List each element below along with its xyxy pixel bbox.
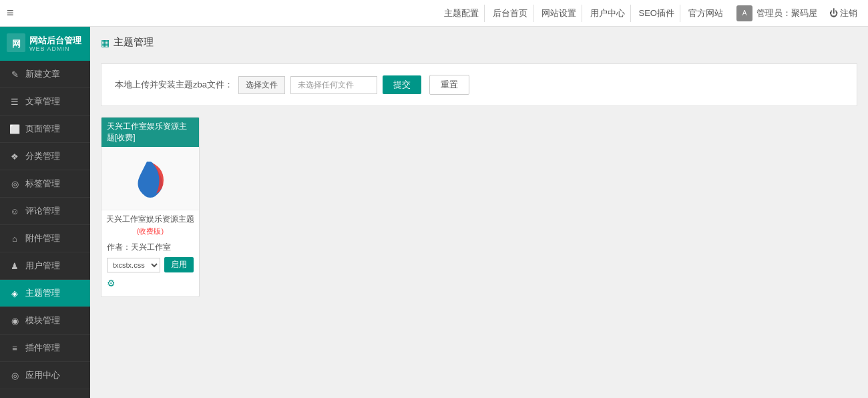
- user-center-link[interactable]: 用户中心: [585, 5, 631, 22]
- app-icon: ◎: [9, 371, 20, 381]
- edit-icon: ✎: [9, 69, 20, 79]
- sidebar-item-new-article[interactable]: ✎ 新建文章: [0, 61, 90, 88]
- logo-cn: 网站后台管理: [29, 35, 81, 46]
- file-choose-button[interactable]: 选择文件: [238, 76, 285, 94]
- page-title: 主题管理: [114, 36, 154, 49]
- backend-home-link[interactable]: 后台首页: [487, 5, 533, 22]
- sidebar-label-theme-mgmt: 主题管理: [25, 287, 60, 299]
- sidebar-item-app-center[interactable]: ◎ 应用中心: [0, 362, 90, 389]
- sidebar-item-article-mgmt[interactable]: ☰ 文章管理: [0, 88, 90, 116]
- attachment-icon: ⌂: [9, 234, 20, 244]
- upload-label: 本地上传并安装主题zba文件：: [115, 79, 233, 91]
- module-icon: ◉: [9, 316, 20, 326]
- page-icon: ⬜: [9, 124, 20, 134]
- admin-name: 管理员：聚码屋: [756, 7, 817, 19]
- upload-section: 本地上传并安装主题zba文件： 选择文件 未选择任何文件 提交 重置: [101, 63, 857, 106]
- sidebar-label-app-center: 应用中心: [25, 369, 60, 381]
- top-nav-left: ≡: [7, 6, 14, 20]
- sidebar-label-attachment-mgmt: 附件管理: [25, 232, 60, 244]
- theme-author: 作者：天兴工作室: [101, 239, 199, 257]
- category-icon: ❖: [9, 152, 20, 162]
- sidebar-label-category-mgmt: 分类管理: [25, 150, 60, 162]
- admin-info: A 管理员：聚码屋: [731, 3, 823, 24]
- logo-icon: 网: [7, 33, 25, 54]
- theme-css-select[interactable]: txcstx.css: [107, 258, 160, 272]
- sidebar-item-theme-mgmt[interactable]: ◈ 主题管理: [0, 280, 90, 307]
- file-placeholder: 未选择任何文件: [290, 76, 377, 94]
- logout-button[interactable]: ⏻ 注销: [825, 5, 861, 22]
- top-nav: ≡ 主题配置 后台首页 网站设置 用户中心 SEO插件 官方网站 A 管理员：聚…: [0, 0, 868, 27]
- user-icon: ♟: [9, 261, 20, 271]
- plugin-icon: ≡: [9, 343, 20, 353]
- enable-button[interactable]: 启用: [164, 257, 194, 272]
- comment-icon: ☺: [9, 206, 20, 216]
- theme-icon: ◈: [9, 288, 20, 298]
- site-settings-link[interactable]: 网站设置: [536, 5, 582, 22]
- avatar: A: [736, 5, 752, 21]
- theme-config-link[interactable]: 主题配置: [439, 5, 485, 22]
- sidebar-item-user-mgmt[interactable]: ♟ 用户管理: [0, 252, 90, 280]
- sidebar-label-comment-mgmt: 评论管理: [25, 205, 60, 217]
- logo-en: WEB ADMIN: [29, 45, 81, 52]
- top-nav-right: 主题配置 后台首页 网站设置 用户中心 SEO插件 官方网站 A 管理员：聚码屋…: [439, 3, 861, 24]
- sidebar-item-comment-mgmt[interactable]: ☺ 评论管理: [0, 198, 90, 225]
- sidebar-item-module-mgmt[interactable]: ◉ 模块管理: [0, 307, 90, 335]
- list-icon: ☰: [9, 97, 20, 107]
- theme-settings-icon[interactable]: ⚙: [101, 275, 199, 291]
- page-header-icon: ▦: [101, 37, 110, 48]
- tag-icon: ◎: [9, 179, 20, 189]
- theme-card-header: 天兴工作室娱乐资源主题[收费]: [101, 118, 199, 147]
- theme-controls: txcstx.css 启用: [101, 257, 199, 275]
- logo-text: 网站后台管理 WEB ADMIN: [29, 35, 81, 53]
- official-site-link[interactable]: 官方网站: [683, 5, 728, 22]
- sidebar-label-page-mgmt: 页面管理: [25, 123, 60, 135]
- theme-logo-svg: [127, 155, 174, 202]
- sidebar-label-article-mgmt: 文章管理: [25, 95, 60, 108]
- sidebar-label-plugin-mgmt: 插件管理: [25, 342, 60, 354]
- seo-plugin-link[interactable]: SEO插件: [634, 5, 680, 22]
- logo: 网 网站后台管理 WEB ADMIN: [0, 27, 90, 61]
- logout-label: 注销: [840, 7, 857, 19]
- theme-preview: [101, 147, 199, 210]
- reset-button[interactable]: 重置: [429, 75, 469, 95]
- main-content: ▦ 主题管理 本地上传并安装主题zba文件： 选择文件 未选择任何文件 提交 重…: [90, 27, 868, 398]
- hamburger-icon[interactable]: ≡: [7, 6, 14, 20]
- sidebar-item-plugin-mgmt[interactable]: ≡ 插件管理: [0, 335, 90, 362]
- theme-paid-label: (收费版): [101, 226, 199, 239]
- theme-grid: 天兴工作室娱乐资源主题[收费] 天兴工作室娱乐资源主题 (收费版) 作者：天兴工…: [101, 117, 857, 297]
- sidebar-label-module-mgmt: 模块管理: [25, 315, 60, 327]
- svg-text:网: 网: [12, 39, 21, 49]
- sidebar-item-tag-mgmt[interactable]: ◎ 标签管理: [0, 170, 90, 198]
- sidebar-item-page-mgmt[interactable]: ⬜ 页面管理: [0, 116, 90, 143]
- sidebar-label-tag-mgmt: 标签管理: [25, 178, 60, 190]
- sidebar-item-attachment-mgmt[interactable]: ⌂ 附件管理: [0, 225, 90, 252]
- theme-display-name: 天兴工作室娱乐资源主题: [101, 210, 199, 226]
- power-icon: ⏻: [829, 8, 838, 18]
- theme-card-header-label: 天兴工作室娱乐资源主题[收费]: [107, 121, 194, 144]
- page-header: ▦ 主题管理: [101, 36, 857, 54]
- sidebar: 网 网站后台管理 WEB ADMIN ✎ 新建文章 ☰ 文章管理 ⬜ 页面管理 …: [0, 27, 90, 398]
- layout: 网 网站后台管理 WEB ADMIN ✎ 新建文章 ☰ 文章管理 ⬜ 页面管理 …: [0, 27, 868, 398]
- sidebar-item-category-mgmt[interactable]: ❖ 分类管理: [0, 143, 90, 170]
- sidebar-label-user-mgmt: 用户管理: [25, 260, 60, 272]
- sidebar-label-new-article: 新建文章: [25, 68, 60, 80]
- theme-card: 天兴工作室娱乐资源主题[收费] 天兴工作室娱乐资源主题 (收费版) 作者：天兴工…: [101, 117, 200, 297]
- submit-button[interactable]: 提交: [383, 75, 421, 94]
